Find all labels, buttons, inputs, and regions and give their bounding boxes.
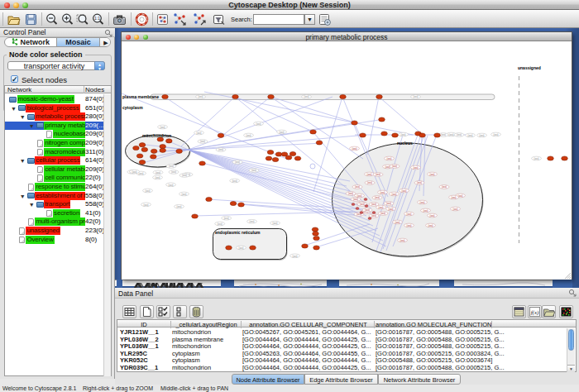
svg-text:plasma membrane: plasma membrane <box>122 94 159 99</box>
svg-text:(xxx): (xxx) <box>360 203 365 206</box>
svg-text:(xxx): (xxx) <box>156 171 160 174</box>
svg-text:(xxx): (xxx) <box>391 193 396 196</box>
svg-text:(xxx): (xxx) <box>366 173 371 176</box>
svg-text:(xxx): (xxx) <box>256 122 261 126</box>
svg-text:(xxx): (xxx) <box>452 208 457 211</box>
svg-text:endoplasmic reticulum: endoplasmic reticulum <box>215 230 261 235</box>
svg-text:(xxx): (xxx) <box>429 173 434 176</box>
svg-text:(xxx): (xxx) <box>380 191 385 194</box>
svg-text:(xxx): (xxx) <box>356 194 361 198</box>
svg-text:(xxx): (xxx) <box>224 217 229 220</box>
svg-text:(xxx): (xxx) <box>200 140 205 143</box>
svg-text:(xxx): (xxx) <box>378 206 383 209</box>
svg-text:(xxx): (xxx) <box>479 134 484 137</box>
svg-text:(xxx): (xxx) <box>388 208 393 211</box>
svg-text:(xxx): (xxx) <box>417 181 422 184</box>
svg-text:(xxx): (xxx) <box>441 133 446 136</box>
svg-text:(xxx): (xxx) <box>169 165 174 168</box>
svg-text:(xxx): (xxx) <box>376 173 380 176</box>
svg-text:1:1: 1:1 <box>94 16 100 21</box>
svg-text:(xxx): (xxx) <box>218 148 223 151</box>
svg-text:(xxx): (xxx) <box>249 220 254 223</box>
svg-text:(xxx): (xxx) <box>534 157 538 160</box>
svg-text:(xxx): (xxx) <box>380 212 385 215</box>
svg-text:(xxx): (xxx) <box>352 147 356 151</box>
svg-text:(xxx): (xxx) <box>182 174 187 177</box>
svg-text:(xxx): (xxx) <box>181 193 186 196</box>
svg-text:(xxx): (xxx) <box>448 133 453 136</box>
svg-text:(xxx): (xxx) <box>428 224 433 227</box>
svg-text:(xxx): (xxx) <box>400 239 404 242</box>
svg-text:(xxx): (xxx) <box>238 246 243 250</box>
svg-text:(xxx): (xxx) <box>196 131 201 135</box>
svg-text:(xxx): (xxx) <box>371 214 376 218</box>
svg-text:(xxx): (xxx) <box>348 192 353 195</box>
svg-text:(xxx): (xxx) <box>355 185 360 189</box>
svg-text:(xxx): (xxx) <box>272 222 277 225</box>
svg-text:(xxx): (xxx) <box>251 169 256 172</box>
svg-text:(xxx): (xxx) <box>235 160 240 164</box>
svg-text:(xxx): (xxx) <box>457 133 462 136</box>
svg-text:(xxx): (xxx) <box>171 170 176 174</box>
svg-text:(xxx): (xxx) <box>419 201 424 204</box>
svg-text:(xxx): (xxx) <box>155 176 160 179</box>
svg-text:(xxx): (xxx) <box>400 133 405 136</box>
svg-text:(xxx): (xxx) <box>279 131 284 134</box>
svg-text:mitochondrion: mitochondrion <box>142 133 171 138</box>
svg-text:(xxx): (xxx) <box>493 133 498 136</box>
svg-text:(xxx): (xxx) <box>375 196 380 199</box>
svg-text:(xxx): (xxx) <box>143 203 148 207</box>
svg-text:(xxx): (xxx) <box>246 134 251 137</box>
svg-text:(xxx): (xxx) <box>386 202 391 205</box>
svg-text:(xxx): (xxx) <box>467 134 472 137</box>
svg-text:(xxx): (xxx) <box>292 255 297 258</box>
svg-text:(xxx): (xxx) <box>232 179 237 183</box>
svg-text:(xxx): (xxx) <box>367 181 372 184</box>
svg-text:(xxx): (xxx) <box>371 203 376 206</box>
svg-text:(xxx): (xxx) <box>132 170 136 174</box>
svg-text:(xxx): (xxx) <box>176 205 181 208</box>
svg-text:(xxx): (xxx) <box>451 196 456 199</box>
svg-text:nucleus: nucleus <box>397 141 413 146</box>
svg-text:(xxx): (xxx) <box>395 221 400 224</box>
svg-text:(xxx): (xxx) <box>386 157 391 160</box>
svg-text:(xxx): (xxx) <box>160 126 165 129</box>
svg-text:f(x): f(x) <box>531 309 539 316</box>
svg-text:(xxx): (xxx) <box>406 213 411 216</box>
svg-text:(xxx): (xxx) <box>145 189 150 193</box>
svg-text:(xxx): (xxx) <box>392 165 397 168</box>
svg-text:(xxx): (xxx) <box>304 95 309 98</box>
svg-text:(xxx): (xxx) <box>385 165 390 169</box>
svg-text:(xxx): (xxx) <box>413 95 418 98</box>
svg-text:(xxx): (xxx) <box>442 185 447 189</box>
svg-text:cytoplasm: cytoplasm <box>122 105 143 110</box>
svg-text:(xxx): (xxx) <box>353 198 358 201</box>
svg-text:(xxx): (xxx) <box>168 184 173 187</box>
svg-text:(xxx): (xxx) <box>423 209 428 213</box>
svg-text:(xxx): (xxx) <box>218 222 223 226</box>
svg-text:(xxx): (xxx) <box>401 189 406 193</box>
svg-text:(xxx): (xxx) <box>365 208 370 212</box>
svg-text:(xxx): (xxx) <box>413 166 418 170</box>
svg-text:(xxx): (xxx) <box>198 95 203 98</box>
svg-text:(xxx): (xxx) <box>406 224 411 227</box>
svg-text:unassigned: unassigned <box>518 65 541 70</box>
svg-text:(xxx): (xxx) <box>429 214 434 218</box>
